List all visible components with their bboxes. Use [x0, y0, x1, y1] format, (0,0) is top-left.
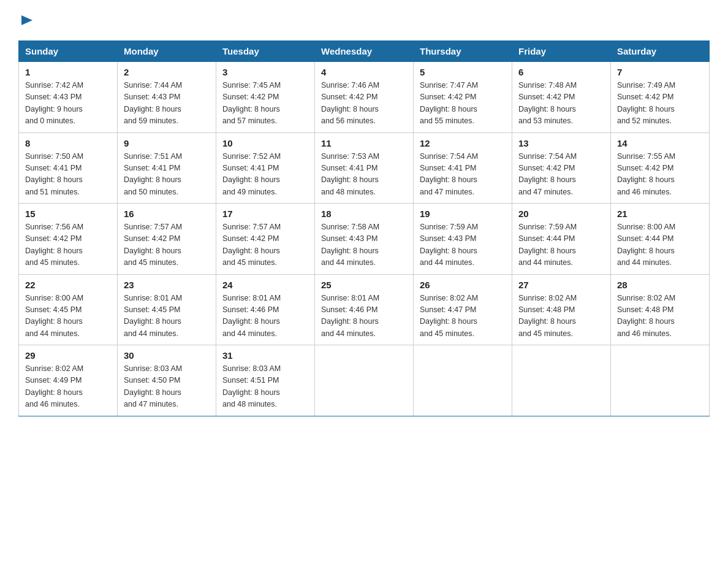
- calendar-header-row: SundayMondayTuesdayWednesdayThursdayFrid…: [19, 41, 710, 62]
- day-info: Sunrise: 7:47 AMSunset: 4:42 PMDaylight:…: [420, 81, 478, 125]
- day-number: 27: [518, 280, 604, 290]
- day-number: 20: [518, 209, 604, 219]
- day-number: 22: [25, 280, 111, 290]
- calendar-table: SundayMondayTuesdayWednesdayThursdayFrid…: [18, 40, 710, 416]
- day-info: Sunrise: 7:54 AMSunset: 4:41 PMDaylight:…: [420, 152, 478, 196]
- day-number: 11: [321, 138, 407, 148]
- calendar-cell: 6 Sunrise: 7:48 AMSunset: 4:42 PMDayligh…: [512, 62, 611, 133]
- day-number: 7: [617, 67, 703, 77]
- day-info: Sunrise: 7:56 AMSunset: 4:42 PMDaylight:…: [25, 223, 83, 267]
- day-info: Sunrise: 8:00 AMSunset: 4:45 PMDaylight:…: [25, 294, 83, 338]
- calendar-cell: 1 Sunrise: 7:42 AMSunset: 4:43 PMDayligh…: [19, 62, 118, 133]
- day-number: 14: [617, 138, 703, 148]
- day-info: Sunrise: 7:45 AMSunset: 4:42 PMDaylight:…: [222, 81, 281, 125]
- day-info: Sunrise: 7:49 AMSunset: 4:42 PMDaylight:…: [617, 81, 675, 125]
- weekday-header-sunday: Sunday: [19, 41, 118, 62]
- weekday-header-monday: Monday: [118, 41, 216, 62]
- day-info: Sunrise: 8:01 AMSunset: 4:46 PMDaylight:…: [321, 294, 379, 338]
- calendar-cell: 28 Sunrise: 8:02 AMSunset: 4:48 PMDaylig…: [611, 274, 710, 345]
- day-info: Sunrise: 7:59 AMSunset: 4:43 PMDaylight:…: [420, 223, 478, 267]
- day-number: 6: [518, 67, 604, 77]
- day-number: 26: [420, 280, 506, 290]
- day-number: 16: [124, 209, 210, 219]
- calendar-cell: [512, 345, 611, 416]
- calendar-week-row: 29 Sunrise: 8:02 AMSunset: 4:49 PMDaylig…: [19, 345, 710, 416]
- calendar-week-row: 8 Sunrise: 7:50 AMSunset: 4:41 PMDayligh…: [19, 132, 710, 204]
- day-info: Sunrise: 7:55 AMSunset: 4:42 PMDaylight:…: [617, 152, 675, 196]
- day-info: Sunrise: 7:53 AMSunset: 4:41 PMDaylight:…: [321, 152, 379, 196]
- day-info: Sunrise: 8:01 AMSunset: 4:45 PMDaylight:…: [124, 294, 182, 338]
- calendar-cell: 18 Sunrise: 7:58 AMSunset: 4:43 PMDaylig…: [315, 204, 414, 275]
- day-info: Sunrise: 7:48 AMSunset: 4:42 PMDaylight:…: [518, 81, 577, 125]
- weekday-header-wednesday: Wednesday: [315, 41, 414, 62]
- day-number: 5: [420, 67, 506, 77]
- day-info: Sunrise: 8:02 AMSunset: 4:48 PMDaylight:…: [617, 294, 675, 338]
- day-info: Sunrise: 8:03 AMSunset: 4:50 PMDaylight:…: [124, 364, 182, 408]
- day-number: 30: [124, 350, 210, 361]
- calendar-cell: 26 Sunrise: 8:02 AMSunset: 4:47 PMDaylig…: [414, 274, 512, 345]
- calendar-cell: 10 Sunrise: 7:52 AMSunset: 4:41 PMDaylig…: [216, 132, 315, 204]
- calendar-cell: 16 Sunrise: 7:57 AMSunset: 4:42 PMDaylig…: [118, 204, 216, 275]
- day-info: Sunrise: 8:02 AMSunset: 4:47 PMDaylight:…: [420, 294, 478, 338]
- calendar-cell: 8 Sunrise: 7:50 AMSunset: 4:41 PMDayligh…: [19, 132, 118, 204]
- day-number: 3: [222, 67, 308, 77]
- calendar-cell: 12 Sunrise: 7:54 AMSunset: 4:41 PMDaylig…: [414, 132, 512, 204]
- day-info: Sunrise: 7:54 AMSunset: 4:42 PMDaylight:…: [518, 152, 577, 196]
- weekday-header-friday: Friday: [512, 41, 611, 62]
- calendar-cell: 29 Sunrise: 8:02 AMSunset: 4:49 PMDaylig…: [19, 345, 118, 416]
- calendar-cell: 5 Sunrise: 7:47 AMSunset: 4:42 PMDayligh…: [414, 62, 512, 133]
- day-number: 10: [222, 138, 308, 148]
- calendar-cell: [315, 345, 414, 416]
- calendar-cell: 3 Sunrise: 7:45 AMSunset: 4:42 PMDayligh…: [216, 62, 315, 133]
- calendar-week-row: 15 Sunrise: 7:56 AMSunset: 4:42 PMDaylig…: [19, 204, 710, 275]
- page-header: [18, 12, 710, 28]
- calendar-cell: 22 Sunrise: 8:00 AMSunset: 4:45 PMDaylig…: [19, 274, 118, 345]
- day-number: 23: [124, 280, 210, 290]
- day-number: 24: [222, 280, 308, 290]
- day-number: 28: [617, 280, 703, 290]
- calendar-cell: 31 Sunrise: 8:03 AMSunset: 4:51 PMDaylig…: [216, 345, 315, 416]
- calendar-cell: 7 Sunrise: 7:49 AMSunset: 4:42 PMDayligh…: [611, 62, 710, 133]
- calendar-cell: 20 Sunrise: 7:59 AMSunset: 4:44 PMDaylig…: [512, 204, 611, 275]
- day-number: 17: [222, 209, 308, 219]
- calendar-cell: 21 Sunrise: 8:00 AMSunset: 4:44 PMDaylig…: [611, 204, 710, 275]
- calendar-cell: 30 Sunrise: 8:03 AMSunset: 4:50 PMDaylig…: [118, 345, 216, 416]
- day-number: 2: [124, 67, 210, 77]
- day-info: Sunrise: 8:02 AMSunset: 4:49 PMDaylight:…: [25, 364, 83, 408]
- logo-triangle-icon: [20, 13, 34, 29]
- weekday-header-saturday: Saturday: [611, 41, 710, 62]
- day-number: 1: [25, 67, 111, 77]
- logo: [18, 12, 34, 28]
- calendar-cell: 15 Sunrise: 7:56 AMSunset: 4:42 PMDaylig…: [19, 204, 118, 275]
- weekday-header-thursday: Thursday: [414, 41, 512, 62]
- calendar-cell: 23 Sunrise: 8:01 AMSunset: 4:45 PMDaylig…: [118, 274, 216, 345]
- calendar-cell: 17 Sunrise: 7:57 AMSunset: 4:42 PMDaylig…: [216, 204, 315, 275]
- calendar-cell: 11 Sunrise: 7:53 AMSunset: 4:41 PMDaylig…: [315, 132, 414, 204]
- day-number: 8: [25, 138, 111, 148]
- day-number: 4: [321, 67, 407, 77]
- day-number: 29: [25, 350, 111, 361]
- day-info: Sunrise: 7:59 AMSunset: 4:44 PMDaylight:…: [518, 223, 577, 267]
- calendar-cell: 4 Sunrise: 7:46 AMSunset: 4:42 PMDayligh…: [315, 62, 414, 133]
- day-number: 9: [124, 138, 210, 148]
- day-info: Sunrise: 7:58 AMSunset: 4:43 PMDaylight:…: [321, 223, 379, 267]
- day-info: Sunrise: 8:01 AMSunset: 4:46 PMDaylight:…: [222, 294, 281, 338]
- day-number: 15: [25, 209, 111, 219]
- day-info: Sunrise: 8:02 AMSunset: 4:48 PMDaylight:…: [518, 294, 577, 338]
- calendar-cell: [414, 345, 512, 416]
- day-info: Sunrise: 7:50 AMSunset: 4:41 PMDaylight:…: [25, 152, 83, 196]
- day-info: Sunrise: 7:46 AMSunset: 4:42 PMDaylight:…: [321, 81, 379, 125]
- day-number: 25: [321, 280, 407, 290]
- calendar-cell: 19 Sunrise: 7:59 AMSunset: 4:43 PMDaylig…: [414, 204, 512, 275]
- day-info: Sunrise: 8:03 AMSunset: 4:51 PMDaylight:…: [222, 364, 281, 408]
- day-info: Sunrise: 7:44 AMSunset: 4:43 PMDaylight:…: [124, 81, 182, 125]
- day-number: 19: [420, 209, 506, 219]
- day-number: 13: [518, 138, 604, 148]
- calendar-cell: 9 Sunrise: 7:51 AMSunset: 4:41 PMDayligh…: [118, 132, 216, 204]
- calendar-cell: 27 Sunrise: 8:02 AMSunset: 4:48 PMDaylig…: [512, 274, 611, 345]
- day-info: Sunrise: 7:42 AMSunset: 4:43 PMDaylight:…: [25, 81, 83, 125]
- weekday-header-tuesday: Tuesday: [216, 41, 315, 62]
- day-info: Sunrise: 7:57 AMSunset: 4:42 PMDaylight:…: [124, 223, 182, 267]
- day-info: Sunrise: 7:57 AMSunset: 4:42 PMDaylight:…: [222, 223, 281, 267]
- day-info: Sunrise: 8:00 AMSunset: 4:44 PMDaylight:…: [617, 223, 675, 267]
